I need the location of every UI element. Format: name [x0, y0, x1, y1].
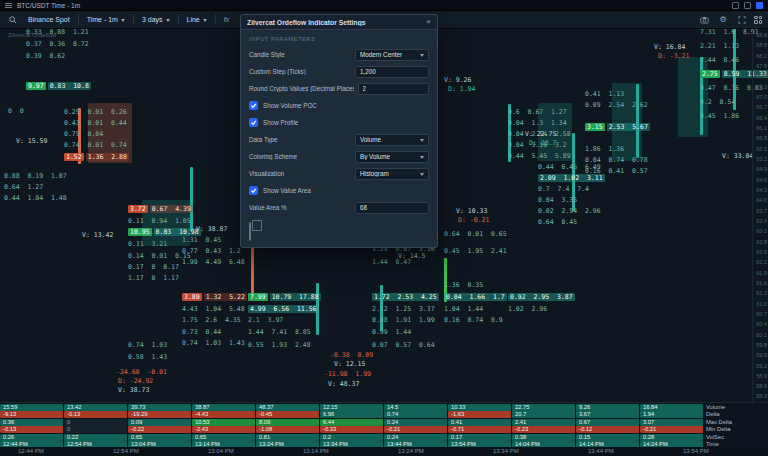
volume-label: V: 38.73	[118, 386, 149, 394]
close-icon[interactable]: ×	[426, 18, 431, 26]
volume-bar	[636, 84, 639, 158]
price-tick: 68.5	[754, 42, 767, 48]
footprint-cell: 0.64 0.01 0.65	[444, 230, 507, 238]
input-custom-step-ticks[interactable]: 1,200	[355, 66, 429, 78]
select-candle-style[interactable]: Modern Center	[355, 49, 429, 61]
price-tick: 59.8	[754, 342, 767, 348]
window-topbar: BTC/USDT Time - 1m	[0, 0, 768, 11]
volume-label: V: 12.15	[334, 360, 365, 368]
indicators-button[interactable]: fx	[221, 14, 232, 25]
footprint-cell: 2.21 1.13	[700, 42, 739, 50]
footprint-cell: 0.64 0.45	[538, 218, 577, 226]
footprint-cell: 1.36 0.35	[444, 281, 483, 289]
dialog-section-label: INPUT PARAMETERS	[249, 36, 429, 42]
field-label: Data Type	[249, 136, 278, 143]
summary-cell-min-delta: -0.33	[320, 426, 383, 433]
delta-label: D: 1.94	[448, 85, 475, 93]
summary-cell-max-delta: 0.24	[384, 419, 447, 426]
menu-icon[interactable]	[5, 3, 12, 8]
price-tick: 58.3	[754, 393, 767, 399]
price-tick: 62.8	[754, 239, 767, 245]
summary-cell-volsec: 0.65	[128, 434, 191, 441]
footprint-cell: 3.152.53 5.67	[585, 123, 650, 131]
input-value-area[interactable]: 68	[355, 202, 429, 214]
layout-icon[interactable]	[732, 2, 739, 9]
price-tick: 65.2	[754, 156, 767, 162]
dialog-fields: Candle StyleModern CenterCustom Step (Ti…	[249, 46, 429, 216]
layout-grid-icon[interactable]	[754, 16, 762, 24]
price-tick: 59.5	[754, 352, 767, 358]
dialog-footer	[241, 220, 437, 247]
alerts-icon[interactable]	[744, 2, 751, 9]
delta-label: D: 20.7	[529, 139, 556, 147]
select-data-type[interactable]: Volume	[355, 134, 429, 146]
toolbar-divider	[178, 14, 179, 25]
dialog-field-round-crypto-values-decimal-places: Round Crypto Values (Decimal Places)2	[249, 80, 429, 97]
footprint-cell: 0.88 0.19 1.07	[4, 172, 67, 180]
footprint-cell: 0.6 0.67 1.27	[508, 108, 567, 116]
interval-dropdown[interactable]: Time - 1m	[84, 14, 128, 25]
footprint-cell: 0.44 1.04 1.48	[4, 194, 67, 202]
checkbox-show-value-area[interactable]	[249, 186, 258, 195]
select-coloring-scheme[interactable]: By Volume	[355, 151, 429, 163]
chevron-down-icon	[420, 156, 424, 159]
field-value: Histogram	[360, 170, 389, 177]
volume-label: V: 9.26	[444, 76, 471, 84]
footprint-cell: 1.72 2.53 4.25	[372, 293, 439, 301]
footprint-cell: 0.74 1.03 1.43	[182, 339, 245, 347]
summary-cell-max-delta: 0.36	[0, 419, 63, 426]
time-axis[interactable]: 12:44 PM12:54 PM13:04 PM13:14 PM13:24 PM…	[0, 447, 768, 456]
dialog-field-show-value-area: Show Value Area	[249, 182, 429, 199]
chevron-down-icon	[420, 173, 424, 176]
dialog-field-data-type: Data TypeVolume	[249, 131, 429, 148]
range-dropdown[interactable]: 3 days	[139, 14, 173, 25]
copy-settings-icon[interactable]	[249, 222, 251, 241]
summary-cell-delta: 3.67	[576, 411, 639, 418]
checkbox-show-volume-poc[interactable]	[249, 101, 258, 110]
search-icon[interactable]	[6, 13, 20, 26]
volume-label: V: 14.5	[398, 252, 425, 260]
footprint-cell: 2.12 1.25 3.37	[372, 305, 435, 313]
price-axis[interactable]: 68.868.568.267.967.667.367.066.766.466.1…	[752, 30, 768, 402]
select-visualization[interactable]: Histogram	[355, 168, 429, 180]
dialog-field-coloring-scheme: Coloring SchemeBy Volume	[249, 148, 429, 165]
settings-gear-icon[interactable]: ⚙	[716, 13, 730, 26]
dialog-field-visualization: VisualizationHistogram	[249, 165, 429, 182]
footprint-cell: 0.73 0.44	[182, 328, 221, 336]
volume-label: V: 16.84	[654, 43, 685, 51]
summary-cell-min-delta: -0.71	[448, 426, 511, 433]
footprint-cell: 1.521.36 2.88	[64, 153, 129, 161]
price-tick: 61.0	[754, 301, 767, 307]
chart-style-dropdown[interactable]: Line	[184, 14, 210, 25]
camera-icon[interactable]	[697, 13, 711, 26]
chevron-down-icon	[203, 19, 207, 22]
price-tick: 61.6	[754, 280, 767, 286]
footprint-cell: 0.7 7.4 7.4	[538, 185, 589, 193]
field-value: 1,200	[360, 68, 376, 75]
checkbox-show-profile[interactable]	[249, 118, 258, 127]
summary-cell-volsec: 0.26	[0, 434, 63, 441]
summary-row-label: Volume	[706, 404, 766, 411]
time-tick: 12:44 PM	[18, 448, 44, 454]
fullscreen-icon[interactable]	[735, 13, 749, 26]
footprint-cell: 1.75 2.6 4.35	[182, 316, 241, 324]
summary-cell-volsec: 0.38	[512, 434, 575, 441]
footprint-cell: 1.44 7.41 8.85	[248, 328, 311, 336]
footprint-cell: 0.09 2.54 2.62	[585, 101, 648, 109]
field-label: Show Volume POC	[263, 102, 317, 109]
input-round-crypto-values-decimal-places[interactable]: 2	[358, 83, 430, 95]
dialog-field-candle-style: Candle StyleModern Center	[249, 46, 429, 63]
symbol-button[interactable]: Binance Spot	[25, 14, 73, 25]
summary-cell-delta: -1.63	[448, 411, 511, 418]
summary-cell-delta: -19.29	[128, 411, 191, 418]
summary-cell-delta: -9.13	[0, 411, 63, 418]
summary-cell-min-delta: -0.21	[384, 426, 447, 433]
summary-cell-delta: 0.74	[384, 411, 447, 418]
indicator-settings-dialog: Zilvercat Ordeflow Indicator Settings × …	[240, 14, 438, 248]
footprint-cell: 0.04 1.3 1.34	[508, 119, 567, 127]
summary-cell-delta: 6.96	[320, 411, 383, 418]
volume-label: V: 38.87	[196, 225, 227, 233]
account-chip-icon[interactable]	[756, 2, 763, 9]
dialog-header[interactable]: Zilvercat Ordeflow Indicator Settings ×	[241, 15, 437, 30]
price-tick: 61.3	[754, 290, 767, 296]
